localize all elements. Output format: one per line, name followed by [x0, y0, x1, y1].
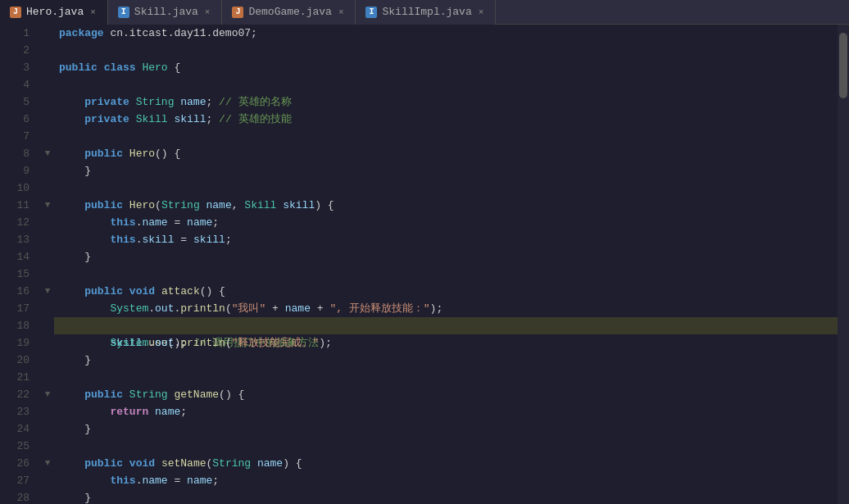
tab-label-hero: Hero.java — [26, 6, 84, 18]
line-num-11: 11 — [0, 197, 34, 214]
line-num-18: 18 — [0, 317, 34, 334]
fold-19 — [41, 334, 54, 352]
line-num-5: 5 — [0, 93, 34, 111]
line-num-2: 2 — [0, 42, 34, 59]
line-num-20: 20 — [0, 352, 34, 369]
tab-close-skillimpl[interactable]: × — [477, 7, 486, 17]
fold-27 — [41, 472, 54, 489]
line-num-8: 8 — [0, 145, 34, 162]
line-num-14: 14 — [0, 248, 34, 266]
code-line-28: } — [54, 489, 838, 504]
code-line-4 — [54, 76, 838, 93]
tab-close-hero[interactable]: × — [89, 7, 98, 17]
tab-close-skill[interactable]: × — [203, 7, 212, 17]
fold-18 — [41, 317, 54, 334]
code-line-7 — [54, 128, 838, 145]
tab-icon-skill: I — [118, 7, 129, 18]
fold-25 — [41, 438, 54, 455]
code-line-20: } — [54, 352, 838, 369]
line-num-12: 12 — [0, 214, 34, 231]
code-line-14: } — [54, 248, 838, 266]
fold-9 — [41, 162, 54, 179]
code-line-24: } — [54, 420, 838, 438]
line-num-3: 3 — [0, 59, 34, 76]
fold-26[interactable]: ▼ — [41, 455, 54, 472]
code-line-16: public void attack() { — [54, 283, 838, 300]
tab-hero[interactable]: J Hero.java × — [0, 0, 108, 25]
fold-11[interactable]: ▼ — [41, 197, 54, 214]
fold-17 — [41, 300, 54, 317]
code-line-11: public Hero(String name, Skill skill) { — [54, 197, 838, 214]
code-line-1: package cn.itcast.day11.demo07; — [54, 25, 838, 42]
fold-8[interactable]: ▼ — [41, 145, 54, 162]
tab-icon-demogame: J — [232, 7, 243, 18]
line-num-27: 27 — [0, 472, 34, 489]
line-num-10: 10 — [0, 179, 34, 197]
line-num-19: 19 — [0, 334, 34, 352]
fold-20 — [41, 352, 54, 369]
code-line-2 — [54, 42, 838, 59]
line-num-28: 28 — [0, 489, 34, 504]
fold-15 — [41, 266, 54, 283]
fold-7 — [41, 128, 54, 145]
line-num-6: 6 — [0, 111, 34, 128]
line-num-24: 24 — [0, 420, 34, 438]
fold-4 — [41, 76, 54, 93]
code-line-22: public String getName() { — [54, 386, 838, 403]
editor-container: 1 2 3 4 5 6 7 8 9 10 11 12 13 14 15 16 1… — [0, 25, 849, 504]
tab-icon-skillimpl: I — [365, 7, 377, 18]
tab-demogame[interactable]: J DemoGame.java × — [222, 0, 356, 25]
line-num-15: 15 — [0, 266, 34, 283]
editor-window: J Hero.java × I Skill.java × J DemoGame.… — [0, 0, 849, 504]
code-line-13: this.skill = skill; — [54, 231, 838, 248]
fold-5 — [41, 93, 54, 111]
tab-label-skill: Skill.java — [134, 6, 198, 18]
fold-23 — [41, 403, 54, 420]
code-line-27: this.name = name; — [54, 472, 838, 489]
fold-24 — [41, 420, 54, 438]
code-line-8: public Hero() { — [54, 145, 838, 162]
fold-gutter: ▼ ▼ ▼ ▼ ▼ ▼ — [41, 25, 54, 504]
line-num-1: 1 — [0, 25, 34, 42]
code-line-26: public void setName(String name) { — [54, 455, 838, 472]
fold-2 — [41, 42, 54, 59]
code-line-18: 💡skill.use(); // 调用接口中的抽象方法 — [54, 317, 838, 334]
code-line-12: this.name = name; — [54, 214, 838, 231]
code-line-6: private Skill skill; // 英雄的技能 — [54, 111, 838, 128]
fold-13 — [41, 231, 54, 248]
line-num-21: 21 — [0, 369, 34, 386]
tab-skill[interactable]: I Skill.java × — [108, 0, 223, 25]
fold-14 — [41, 248, 54, 266]
tab-label-skillimpl: SkillImpl.java — [382, 6, 471, 18]
scrollbar[interactable] — [838, 25, 849, 504]
fold-3 — [41, 59, 54, 76]
code-line-23: return name; — [54, 403, 838, 420]
line-num-22: 22 — [0, 386, 34, 403]
fold-21 — [41, 369, 54, 386]
fold-28 — [41, 489, 54, 504]
fold-16[interactable]: ▼ — [41, 283, 54, 300]
code-line-15 — [54, 266, 838, 283]
line-num-16: 16 — [0, 283, 34, 300]
tab-close-demogame[interactable]: × — [337, 7, 346, 17]
line-num-4: 4 — [0, 76, 34, 93]
fold-10 — [41, 179, 54, 197]
line-num-7: 7 — [0, 128, 34, 145]
fold-1 — [41, 25, 54, 42]
line-num-9: 9 — [0, 162, 34, 179]
code-area[interactable]: package cn.itcast.day11.demo07; public c… — [54, 25, 838, 504]
line-numbers: 1 2 3 4 5 6 7 8 9 10 11 12 13 14 15 16 1… — [0, 25, 41, 504]
tab-label-demogame: DemoGame.java — [248, 6, 331, 18]
fold-22[interactable]: ▼ — [41, 386, 54, 403]
code-line-21 — [54, 369, 838, 386]
tab-skillimpl[interactable]: I SkillImpl.java × — [356, 0, 496, 25]
line-num-17: 17 — [0, 300, 34, 317]
scrollbar-thumb[interactable] — [839, 33, 847, 98]
line-num-25: 25 — [0, 438, 34, 455]
tab-icon-hero: J — [10, 7, 21, 18]
code-line-19: System.out.println("释放技能完成。"); — [54, 334, 838, 352]
line-num-26: 26 — [0, 455, 34, 472]
fold-12 — [41, 214, 54, 231]
code-line-10 — [54, 179, 838, 197]
line-num-23: 23 — [0, 403, 34, 420]
